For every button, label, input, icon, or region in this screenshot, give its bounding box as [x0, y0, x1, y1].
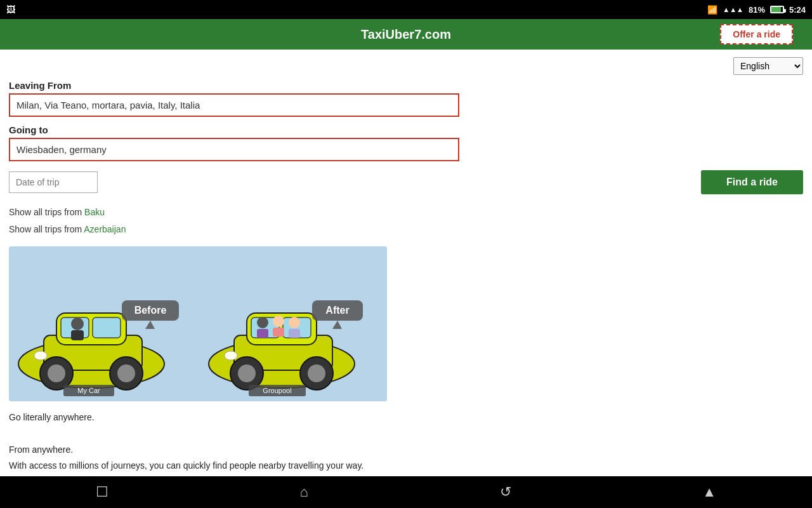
- svg-rect-31: [273, 328, 284, 337]
- desc-line1: Go literally anywhere.: [9, 410, 803, 425]
- clock: 5:24: [789, 5, 806, 15]
- back-icon[interactable]: ↺: [500, 484, 511, 500]
- carpool-image: Before My Car: [9, 246, 387, 401]
- svg-point-11: [71, 318, 84, 330]
- svg-point-28: [257, 317, 268, 328]
- home-icon[interactable]: ⌂: [300, 484, 308, 500]
- battery-icon: [770, 6, 784, 13]
- desc-line3: From anywhere.: [9, 443, 803, 457]
- going-to-label: Going to: [9, 124, 803, 135]
- leaving-from-section: Leaving From: [9, 80, 803, 117]
- svg-point-30: [273, 316, 284, 327]
- svg-point-7: [48, 364, 65, 382]
- svg-text:My Car: My Car: [77, 387, 100, 394]
- header: TaxiUber7.com Offer a ride: [0, 19, 812, 50]
- find-ride-button[interactable]: Find a ride: [701, 170, 803, 194]
- svg-rect-29: [257, 329, 268, 338]
- svg-rect-5: [93, 318, 121, 338]
- svg-point-26: [308, 364, 325, 382]
- offer-ride-button[interactable]: Offer a ride: [720, 24, 793, 44]
- show-trips: Show all trips from Baku Show all trips …: [9, 203, 803, 237]
- going-to-section: Going to: [9, 124, 803, 161]
- bottom-nav: ☐ ⌂ ↺ ▲: [0, 476, 812, 508]
- baku-link[interactable]: Baku: [84, 207, 105, 217]
- show-trips-prefix1: Show all trips from: [9, 207, 84, 217]
- desc-line4: With access to millions of journeys, you…: [9, 458, 803, 473]
- signal-icon: ▲▲▲: [723, 6, 743, 13]
- show-trips-city-row: Show all trips from Baku: [9, 203, 803, 220]
- battery-percent: 81%: [749, 5, 765, 15]
- recents-icon[interactable]: ☐: [96, 484, 108, 500]
- up-icon[interactable]: ▲: [702, 484, 716, 500]
- status-bar-left: 🖼: [6, 4, 15, 15]
- svg-rect-12: [71, 330, 84, 340]
- svg-point-9: [117, 364, 135, 382]
- svg-point-10: [34, 351, 47, 360]
- show-trips-country-row: Show all trips from Azerbaijan: [9, 220, 803, 237]
- wifi-icon: 📶: [707, 5, 717, 15]
- show-trips-prefix2: Show all trips from: [9, 224, 84, 234]
- svg-text:Before: Before: [134, 305, 167, 316]
- search-row: Find a ride: [9, 170, 803, 194]
- carpool-svg: Before My Car: [9, 246, 387, 401]
- photo-icon: 🖼: [6, 4, 15, 15]
- language-select[interactable]: English French German Spanish Russian: [733, 57, 803, 75]
- desc-line2: [9, 426, 803, 441]
- date-input[interactable]: [9, 171, 98, 193]
- going-to-input[interactable]: [9, 138, 459, 161]
- svg-point-27: [225, 351, 237, 360]
- leaving-from-input[interactable]: [9, 93, 459, 117]
- svg-point-24: [238, 364, 256, 382]
- status-bar-right: 📶 ▲▲▲ 81% 5:24: [707, 5, 806, 15]
- language-selector-row: English French German Spanish Russian: [9, 57, 803, 75]
- svg-rect-33: [289, 329, 300, 338]
- azerbaijan-link[interactable]: Azerbaijan: [84, 224, 126, 234]
- leaving-from-label: Leaving From: [9, 80, 803, 91]
- svg-text:After: After: [325, 305, 349, 316]
- main-content: English French German Spanish Russian Le…: [0, 50, 812, 508]
- status-bar: 🖼 📶 ▲▲▲ 81% 5:24: [0, 0, 812, 19]
- svg-point-32: [289, 317, 300, 328]
- site-title: TaxiUber7.com: [361, 27, 451, 42]
- svg-text:Groupool: Groupool: [263, 387, 291, 394]
